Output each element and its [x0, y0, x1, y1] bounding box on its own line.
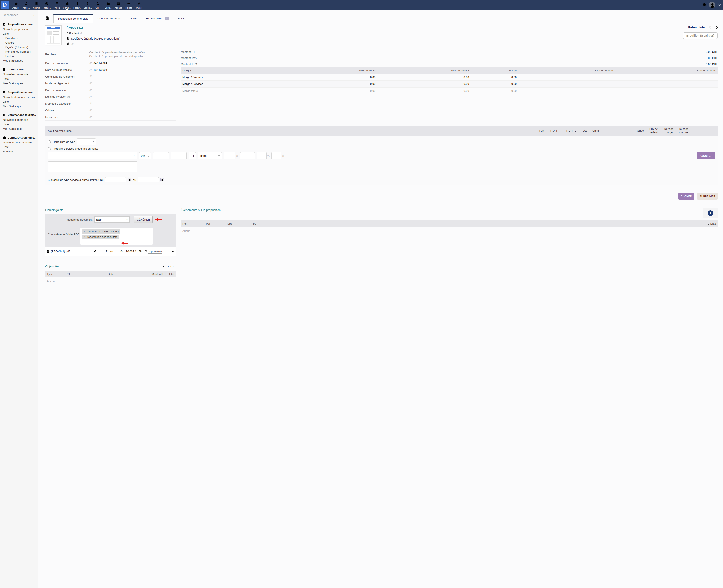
edit-conditions-icon[interactable]: ✎ — [89, 75, 92, 78]
unit-select[interactable]: tonne — [198, 152, 222, 159]
pu-ttc-input[interactable] — [171, 152, 187, 159]
remise-info-line: Ce client n'a pas de remise relative par… — [89, 50, 146, 54]
preview-file-button[interactable] — [89, 249, 101, 253]
nav-item-grh[interactable]: GRH — [93, 0, 103, 9]
table-row-empty: Aucun — [181, 227, 322, 235]
nav-item-agenda[interactable]: Agenda — [113, 0, 123, 9]
edit-date-livraison-icon[interactable]: ✎ — [89, 88, 92, 92]
nav-item-accueil[interactable]: Accueil — [11, 0, 21, 9]
nav-item-outils[interactable]: Outils — [134, 0, 144, 9]
sidebar-item-liste[interactable]: Liste — [2, 122, 36, 126]
company-link[interactable]: Société Générale (Autres propositions) — [71, 37, 120, 40]
tab-bar: Proposition commerciale Contacts/Adresse… — [45, 14, 322, 23]
sidebar-item-mes-statistiques[interactable]: Mes Statistiques — [2, 58, 36, 63]
concat-multiselect[interactable]: ×Concepts de base (Défaut) ×Présentation… — [80, 228, 152, 245]
generer-button[interactable]: GÉNÉRER — [134, 216, 152, 223]
edit-ref-client-icon[interactable]: ✎ — [80, 31, 83, 35]
dolibarr-logo[interactable]: D — [1, 1, 9, 9]
edit-date-proposition-icon[interactable]: ✎ — [89, 61, 92, 65]
amount-row-ttc: Montant TTC 0,00 CHF — [181, 61, 322, 67]
external-link-icon[interactable] — [144, 250, 147, 253]
document-generation-box: Modèle de document azur GÉNÉRER Concatén… — [45, 214, 176, 247]
calendar-picker-icon[interactable] — [161, 178, 164, 182]
sidebar-item-liste[interactable]: Liste — [2, 99, 36, 104]
calendar-picker-icon[interactable] — [128, 178, 131, 182]
sidebar-item-nouvelle-proposition[interactable]: Nouvelle proposition — [2, 27, 36, 31]
nav-item-tickets[interactable]: Tickets — [123, 0, 134, 9]
nav-item-adherents[interactable]: Adhér... — [21, 0, 31, 9]
nav-item-documents[interactable]: Docu... — [103, 0, 113, 9]
sidebar-section-title[interactable]: Contrats/Abonneme... — [2, 135, 36, 140]
taux-marque-input[interactable] — [271, 152, 281, 159]
radio-ligne-libre[interactable] — [48, 140, 51, 143]
sidebar-item-liste[interactable]: Liste — [2, 77, 36, 81]
search-dropdown-caret-icon[interactable]: ▼ — [33, 14, 35, 16]
concat-tag[interactable]: ×Présentation des résultats — [82, 235, 119, 239]
service-date-end-input[interactable] — [138, 177, 159, 183]
tab-notes[interactable]: Notes — [125, 15, 141, 23]
taux-marge-input[interactable] — [257, 152, 267, 159]
concat-tag[interactable]: ×Concepts de base (Défaut) — [82, 229, 120, 234]
nav-item-projets[interactable]: Projets — [52, 0, 62, 9]
sidebar-item-non-signee[interactable]: Non signée (fermée) — [2, 49, 36, 54]
pdf-preview-thumbnail[interactable] — [45, 25, 62, 45]
tab-contacts-adresses[interactable]: Contacts/Adresses — [93, 15, 125, 23]
remove-tag-icon[interactable]: × — [84, 235, 85, 238]
nav-item-clients[interactable]: Clients — [31, 0, 42, 9]
sidebar-item-nouveau-contrat[interactable]: Nouveau contrat/abonn. — [2, 140, 36, 145]
nav-item-facturation[interactable]: Factur... — [72, 0, 82, 9]
sidebar-section-title[interactable]: Commandes — [2, 67, 36, 72]
edit-methode-expedition-icon[interactable]: ✎ — [89, 102, 92, 105]
sidebar-item-liste[interactable]: Liste — [2, 145, 36, 149]
edit-origine-icon[interactable]: ✎ — [89, 108, 92, 112]
prix-revient-input[interactable] — [240, 152, 255, 159]
sidebar-section-title[interactable]: Propositions comm... — [2, 90, 36, 95]
nav-item-produits[interactable]: Produi... — [42, 0, 52, 9]
delete-file-button[interactable] — [167, 249, 174, 253]
edit-date-validite-icon[interactable]: ✎ — [89, 68, 92, 71]
tab-fichiers-joints[interactable]: Fichiers joints1 — [141, 15, 173, 23]
sidebar-item-brouillons[interactable]: Brouillons — [2, 36, 36, 40]
description-textarea[interactable] — [48, 162, 137, 172]
tab-proposition-commerciale[interactable]: Proposition commerciale — [54, 14, 93, 23]
folder-icon — [106, 2, 110, 6]
tva-select[interactable]: 0% — [139, 152, 151, 159]
edit-incoterms-icon[interactable]: ✎ — [89, 115, 92, 119]
pu-ht-input[interactable] — [153, 152, 169, 159]
qty-input[interactable] — [188, 152, 196, 159]
tab-suivi[interactable]: Suivi — [173, 15, 188, 23]
sidebar-section-title[interactable]: Commandes fournis... — [2, 112, 36, 118]
edit-project-icon[interactable]: ✎ — [71, 42, 74, 46]
attached-file-row: (PROV141).pdf 21 Ko 04/11/2024 11:59 htt… — [45, 247, 176, 256]
edit-delai-livraison-icon[interactable]: ✎ — [89, 95, 92, 99]
remove-tag-icon[interactable]: × — [84, 230, 85, 233]
sidebar-item-liste[interactable]: Liste — [2, 31, 36, 36]
edit-mode-reglement-icon[interactable]: ✎ — [89, 81, 92, 85]
radio-produits-predefinis[interactable] — [48, 147, 51, 150]
sidebar-item-mes-statistiques[interactable]: Mes Statistiques — [2, 104, 36, 108]
nav-item-commerce[interactable]: Comm... — [62, 0, 72, 9]
sidebar-item-signee[interactable]: Signée (à facturer) — [2, 45, 36, 49]
sidebar-item-services[interactable]: Services — [2, 149, 36, 154]
field-row-mode-reglement: Mode de règlement ✎ — [45, 80, 176, 87]
attached-file-link[interactable]: (PROV141).pdf — [51, 250, 69, 253]
service-date-start-input[interactable] — [105, 177, 126, 183]
sidebar-item-ouvert[interactable]: Ouvert — [2, 40, 36, 45]
modele-document-select[interactable]: azur — [95, 216, 129, 223]
file-share-url[interactable]: https://demo.c — [148, 249, 162, 254]
sidebar-section-title[interactable]: Propositions comm... — [2, 22, 36, 27]
field-row-date-livraison: Date de livraison ✎ — [45, 87, 176, 93]
calendar-icon — [117, 2, 120, 6]
sidebar-item-nouvelle-commande[interactable]: Nouvelle commande — [2, 72, 36, 77]
sidebar-item-nouvelle-commande[interactable]: Nouvelle commande — [2, 118, 36, 122]
product-combobox[interactable] — [48, 152, 137, 160]
project-sitemap-icon[interactable] — [66, 42, 69, 46]
reduc-input[interactable] — [224, 152, 235, 159]
search-input[interactable] — [3, 13, 35, 17]
sidebar-item-mes-statistiques[interactable]: Mes Statistiques — [2, 81, 36, 85]
nav-item-banques[interactable]: Banqu... — [82, 0, 93, 9]
line-type-select[interactable]: ▼ — [77, 138, 96, 145]
sidebar-item-facturee[interactable]: Facturée — [2, 54, 36, 58]
sidebar-item-nouvelle-demande-prix[interactable]: Nouvelle demande de prix — [2, 95, 36, 99]
sidebar-item-mes-statistiques[interactable]: Mes Statistiques — [2, 126, 36, 131]
